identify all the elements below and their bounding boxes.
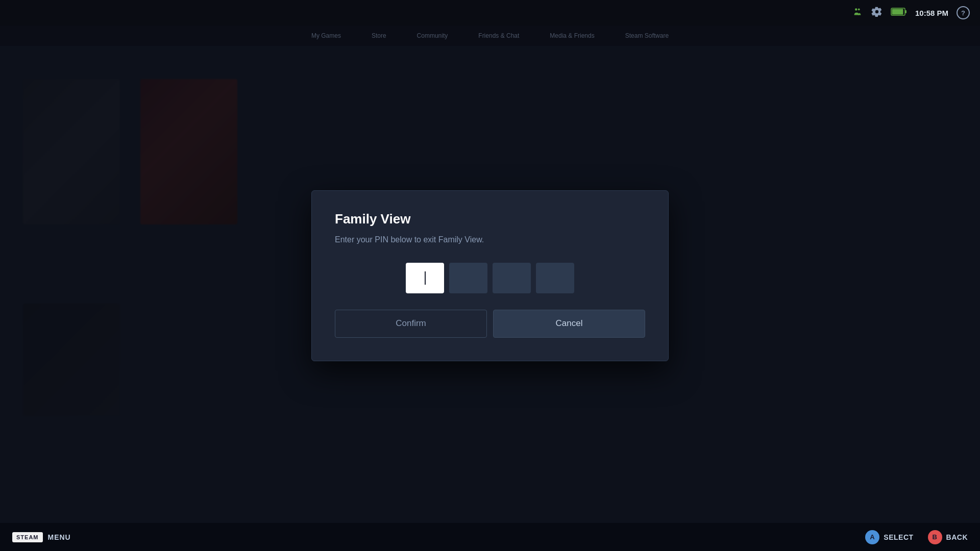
family-view-modal: Family View Enter your PIN below to exit… — [311, 190, 669, 361]
modal-buttons: Confirm Cancel — [335, 310, 645, 338]
pin-box-1[interactable] — [406, 263, 444, 293]
modal-title: Family View — [335, 211, 645, 227]
pin-box-3[interactable] — [493, 263, 531, 293]
cancel-button[interactable]: Cancel — [493, 310, 645, 338]
pin-box-4[interactable] — [536, 263, 574, 293]
pin-box-2[interactable] — [449, 263, 487, 293]
confirm-button[interactable]: Confirm — [335, 310, 487, 338]
modal-backdrop: Family View Enter your PIN below to exit… — [0, 0, 980, 551]
pin-cursor — [425, 271, 426, 285]
modal-subtitle: Enter your PIN below to exit Family View… — [335, 235, 645, 244]
pin-input-area — [335, 263, 645, 293]
